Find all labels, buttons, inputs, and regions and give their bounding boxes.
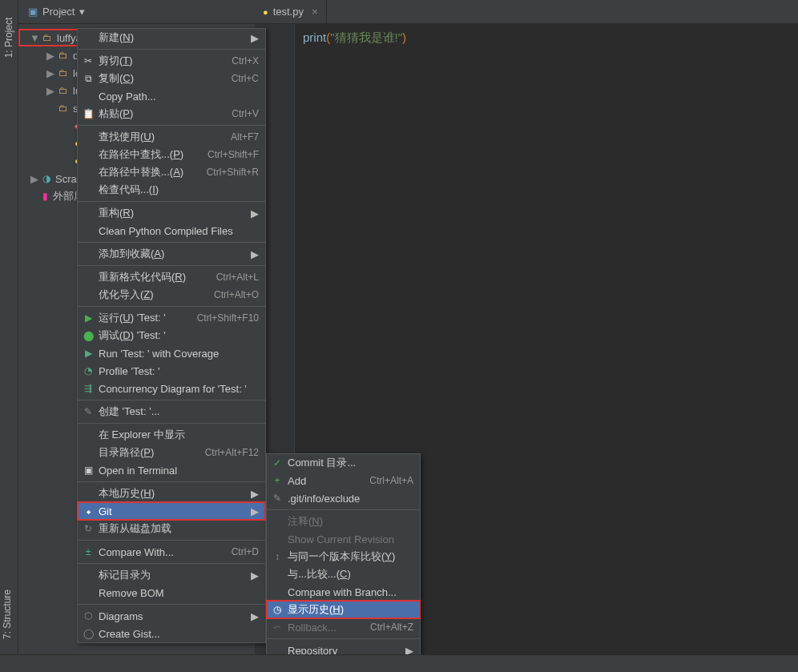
- folder-icon: 🗀: [58, 50, 68, 61]
- menu-item[interactable]: ▶Run 'Test: ' with Coverage: [78, 344, 265, 362]
- menu-item[interactable]: 查找使用(U)Alt+F7: [78, 128, 265, 146]
- menu-item-icon: ◯: [82, 628, 95, 639]
- menu-item[interactable]: Copy Path...: [78, 87, 265, 105]
- menu-item[interactable]: 新建(N)▶: [78, 29, 265, 46]
- menu-item-icon: ⤺: [271, 622, 284, 633]
- twisty-icon[interactable]: [62, 120, 71, 132]
- file-tab-label: test.py: [273, 6, 304, 18]
- code-paren: ): [402, 30, 406, 44]
- menu-item[interactable]: Compare with Branch...: [267, 583, 420, 601]
- menu-item-label: Profile 'Test: ': [99, 365, 160, 377]
- menu-item[interactable]: 优化导入(Z)Ctrl+Alt+O: [78, 286, 265, 304]
- menu-item-label: 重新从磁盘加载: [99, 521, 171, 536]
- structure-tool-tab[interactable]: 7: Structure: [2, 590, 13, 639]
- menu-item[interactable]: 与...比较...(C): [267, 565, 420, 583]
- dropdown-icon: ▾: [79, 6, 85, 18]
- menu-item[interactable]: ▶运行(U) 'Test: 'Ctrl+Shift+F10: [78, 309, 265, 327]
- menu-item-label: Add: [288, 475, 306, 487]
- menu-item[interactable]: ⧉复制(C)Ctrl+C: [78, 70, 265, 87]
- menu-item-label: 本地历史(H): [99, 486, 155, 501]
- twisty-icon[interactable]: [62, 155, 71, 167]
- menu-item[interactable]: Remove BOM: [78, 584, 265, 602]
- menu-shortcut: Ctrl+Alt+A: [369, 475, 413, 486]
- menu-item[interactable]: ◷显示历史(H): [267, 601, 420, 618]
- menu-item: 注释(N): [267, 513, 420, 530]
- twisty-icon[interactable]: [46, 103, 55, 115]
- menu-item[interactable]: 检查代码...(I): [78, 181, 265, 199]
- twisty-icon[interactable]: ▶: [46, 50, 55, 62]
- menu-separator: [78, 306, 265, 307]
- menu-item-label: 与...比较...(C): [288, 567, 351, 581]
- menu-item-label: 目录路径(P): [99, 445, 154, 460]
- menu-item[interactable]: 目录路径(P)Ctrl+Alt+F12: [78, 444, 265, 461]
- menu-item-label: Clean Python Compiled Files: [99, 225, 233, 237]
- menu-item[interactable]: ◯Create Gist...: [78, 625, 265, 642]
- project-view-selector[interactable]: ▣ Project ▾: [18, 0, 95, 23]
- menu-item[interactable]: 📋粘贴(P)Ctrl+V: [78, 105, 265, 123]
- twisty-open-icon[interactable]: ▼: [30, 32, 39, 44]
- menu-item-icon: ⧉: [82, 73, 95, 84]
- submenu-arrow-icon: ▶: [251, 569, 259, 581]
- menu-item[interactable]: ±Compare With...Ctrl+D: [78, 543, 265, 561]
- menu-item[interactable]: 重新格式化代码(R)Ctrl+Alt+L: [78, 268, 265, 286]
- twisty-icon[interactable]: ▶: [30, 173, 39, 185]
- menu-item[interactable]: ⬤调试(D) 'Test: ': [78, 327, 265, 344]
- menu-shortcut: Ctrl+V: [232, 108, 259, 119]
- twisty-icon[interactable]: ▶: [46, 67, 55, 79]
- context-menu-git[interactable]: ✓Commit 目录...+AddCtrl+Alt+A✎.git/info/ex…: [266, 453, 421, 660]
- menu-item-icon: ⬡: [82, 610, 95, 622]
- menu-item[interactable]: 在路径中查找...(P)Ctrl+Shift+F: [78, 146, 265, 163]
- menu-separator: [78, 265, 265, 266]
- menu-item[interactable]: ✎创建 'Test: '...: [78, 403, 265, 421]
- menu-item[interactable]: +AddCtrl+Alt+A: [267, 472, 420, 489]
- close-tab-icon[interactable]: ×: [312, 6, 318, 18]
- menu-item[interactable]: ⬡Diagrams▶: [78, 607, 265, 625]
- menu-item-icon: ±: [82, 546, 95, 557]
- menu-item-icon: ⬤: [82, 330, 95, 341]
- menu-item-label: Open in Terminal: [99, 465, 177, 477]
- menu-item-icon: ✓: [271, 457, 284, 469]
- menu-item-label: 与同一个版本库比较(Y): [288, 549, 395, 564]
- folder-icon: 🗀: [42, 32, 52, 43]
- menu-item[interactable]: 在路径中替换...(A)Ctrl+Shift+R: [78, 163, 265, 181]
- twisty-icon[interactable]: ▶: [46, 85, 55, 97]
- menu-item[interactable]: ⬥Git▶: [78, 502, 265, 520]
- menu-item[interactable]: ✎.git/info/exclude: [267, 489, 420, 507]
- menu-item[interactable]: ✓Commit 目录...: [267, 454, 420, 472]
- menu-item-label: Rollback...: [288, 622, 337, 634]
- menu-item[interactable]: ▣Open in Terminal: [78, 461, 265, 479]
- menu-item[interactable]: ⇶Concurrency Diagram for 'Test: ': [78, 380, 265, 397]
- menu-item[interactable]: ↕与同一个版本库比较(Y): [267, 548, 420, 565]
- project-tool-tab[interactable]: 1: Project: [3, 18, 14, 58]
- menu-item[interactable]: 重构(R)▶: [78, 204, 265, 222]
- menu-item-label: 优化导入(Z): [99, 288, 154, 302]
- menu-item[interactable]: ◔Profile 'Test: ': [78, 362, 265, 380]
- menu-item[interactable]: ✂剪切(T)Ctrl+X: [78, 52, 265, 70]
- menu-item[interactable]: ↻重新从磁盘加载: [78, 520, 265, 537]
- menu-separator: [78, 604, 265, 605]
- menu-item-label: 检查代码...(I): [99, 183, 159, 197]
- menu-item[interactable]: 添加到收藏(A)▶: [78, 245, 265, 263]
- folder-icon: 🗀: [58, 103, 68, 114]
- submenu-arrow-icon: ▶: [251, 505, 259, 517]
- menu-item[interactable]: 在 Explorer 中显示: [78, 426, 265, 444]
- menu-item-label: Run 'Test: ' with Coverage: [99, 348, 219, 360]
- menu-item[interactable]: 标记目录为▶: [78, 566, 265, 584]
- menu-shortcut: Ctrl+Alt+F12: [205, 447, 259, 458]
- context-menu-project[interactable]: 新建(N)▶✂剪切(T)Ctrl+X⧉复制(C)Ctrl+CCopy Path.…: [77, 28, 266, 643]
- menu-item-label: Commit 目录...: [288, 456, 356, 470]
- menu-item[interactable]: 本地历史(H)▶: [78, 485, 265, 502]
- editor-tab-testpy[interactable]: ● test.py ×: [255, 0, 327, 23]
- folder-icon: ▣: [28, 6, 38, 18]
- menu-item-icon: ◔: [82, 365, 95, 376]
- twisty-icon[interactable]: [62, 138, 71, 150]
- menu-item-label: 创建 'Test: '...: [99, 404, 159, 419]
- menu-item-icon: ✂: [82, 55, 95, 66]
- menu-separator: [78, 49, 265, 50]
- menu-item[interactable]: Clean Python Compiled Files: [78, 222, 265, 239]
- menu-item-label: 添加到收藏(A): [99, 247, 164, 261]
- menu-separator: [78, 242, 265, 243]
- menu-shortcut: Ctrl+X: [232, 55, 259, 66]
- left-tool-strip: 1: Project 7: Structure: [0, 0, 18, 672]
- editor-tab-bar: ● test.py ×: [255, 0, 798, 24]
